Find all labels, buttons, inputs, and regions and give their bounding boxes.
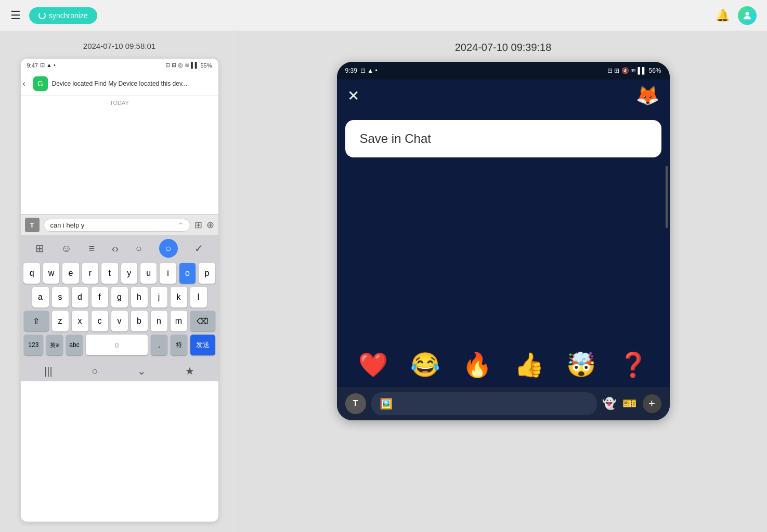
key-w[interactable]: w [43, 263, 59, 284]
key-i[interactable]: i [160, 263, 176, 284]
left-network-icons: ⊡ ⊞ ◎ ≋ ▌▌ [165, 62, 199, 69]
kb-check-icon[interactable]: ✓ [194, 242, 203, 255]
key-q[interactable]: q [23, 263, 40, 284]
key-123[interactable]: 123 [24, 335, 44, 355]
key-period[interactable]: . [151, 335, 167, 355]
bell-icon[interactable]: 🔔 [716, 9, 730, 22]
key-send[interactable]: 发送 [190, 335, 215, 355]
key-c[interactable]: c [92, 311, 108, 331]
key-t[interactable]: t [101, 263, 118, 284]
emoji-thumbsup[interactable]: 👍 [514, 351, 544, 379]
left-panel: 2024-07-10 09:58:01 9:47 ⊡ ▲ • ⊡ ⊞ ◎ ≋ ▌… [0, 31, 239, 532]
suggestion-input-box[interactable]: can i help y ⌃ [44, 219, 190, 232]
key-h[interactable]: h [131, 287, 148, 308]
emoji-mindblown[interactable]: 🤯 [566, 351, 596, 379]
today-label: TODAY [21, 96, 218, 110]
right-network-icons: ⊟ ⊞ 🔇 ≋ ▌▌ [607, 67, 646, 74]
key-l[interactable]: l [190, 287, 207, 308]
key-d[interactable]: d [72, 287, 88, 308]
nav-menu-icon[interactable]: ||| [44, 365, 53, 377]
chat-sticker-icon[interactable]: 🎫 [622, 397, 636, 410]
save-in-chat-text: Save in Chat [360, 131, 431, 145]
kb-voice-icon[interactable]: ○ [159, 239, 178, 258]
chat-input-field[interactable]: 🖼️ [371, 392, 597, 415]
sync-button[interactable]: synchronize [29, 7, 97, 24]
back-arrow-icon[interactable]: ‹ [23, 79, 25, 88]
top-bar-right: 🔔 [716, 6, 757, 25]
key-j[interactable]: j [151, 287, 167, 308]
chat-add-icon[interactable]: + [643, 394, 661, 413]
key-k[interactable]: k [171, 287, 187, 308]
key-z[interactable]: z [52, 311, 69, 331]
emoji-fire[interactable]: 🔥 [462, 351, 492, 379]
key-backspace[interactable]: ⌫ [190, 311, 215, 331]
chat-ghost-icon[interactable]: 👻 [602, 397, 616, 410]
nav-back-icon[interactable]: ⌄ [137, 365, 146, 377]
key-v[interactable]: v [111, 311, 128, 331]
key-row-3: ⇧ z x c v b n m ⌫ [24, 311, 215, 331]
key-s[interactable]: s [52, 287, 69, 308]
left-phone-frame: 9:47 ⊡ ▲ • ⊡ ⊞ ◎ ≋ ▌▌ 55% ‹ G Device loc… [21, 59, 218, 522]
key-u[interactable]: u [140, 263, 157, 284]
key-b[interactable]: b [131, 311, 148, 331]
key-m[interactable]: m [171, 311, 187, 331]
chat-actions: 👻 🎫 + [602, 394, 661, 413]
key-special-char[interactable]: 符 [171, 335, 187, 355]
emoji-question[interactable]: ❓ [618, 351, 648, 379]
keyboard-toolbar: ⊞ ☺ ≡ ‹› ○ ○ ✓ [21, 236, 218, 261]
key-y[interactable]: y [121, 263, 137, 284]
add-suggestion-icon[interactable]: ⊕ [206, 219, 214, 231]
chat-input-bar: T 🖼️ 👻 🎫 + [337, 387, 670, 420]
key-row-2: a s d f g h j k l [24, 287, 215, 308]
sync-spinning-icon [38, 12, 46, 19]
nav-star-icon[interactable]: ★ [185, 365, 194, 377]
keyboard-t-icon: T [25, 218, 40, 232]
kb-emoji-grid-icon[interactable]: ⊞ [35, 242, 44, 255]
notif-text: Device located Find My Device located th… [52, 80, 188, 87]
chat-t-icon[interactable]: T [345, 393, 366, 414]
chat-empty-area [21, 110, 218, 214]
save-in-chat-box[interactable]: Save in Chat [345, 120, 661, 157]
suggestion-text: can i help y [50, 221, 85, 229]
key-a[interactable]: a [32, 287, 49, 308]
left-status-left: 9:47 ⊡ ▲ • [27, 62, 56, 69]
key-shift[interactable]: ⇧ [24, 311, 49, 331]
key-n[interactable]: n [151, 311, 167, 331]
avatar[interactable] [738, 6, 757, 25]
key-p[interactable]: p [199, 263, 215, 284]
key-g[interactable]: g [111, 287, 128, 308]
key-row-4: 123 英语 abc 0 . 符 发送 [24, 335, 215, 355]
right-status-right: ⊟ ⊞ 🔇 ≋ ▌▌ 56% [607, 67, 661, 74]
key-o[interactable]: o [179, 263, 196, 284]
key-x[interactable]: x [72, 311, 88, 331]
left-timestamp: 2024-07-10 09:58:01 [83, 42, 155, 50]
kb-menu-icon[interactable]: ≡ [89, 243, 95, 255]
key-abc[interactable]: abc [66, 335, 83, 355]
scrollbar[interactable] [666, 166, 668, 228]
suggestion-actions: ⊞ ⊕ [194, 219, 214, 231]
key-f[interactable]: f [92, 287, 108, 308]
key-lang-icon[interactable]: 英语 [46, 335, 63, 355]
kb-smiley-icon[interactable]: ☺ [61, 243, 71, 255]
hamburger-icon[interactable]: ☰ [10, 9, 21, 22]
right-status-left: 9:39 ⊡ ▲ • [345, 67, 378, 74]
key-e[interactable]: e [62, 263, 79, 284]
clipboard-icon[interactable]: ⊞ [194, 219, 202, 231]
sync-label: synchronize [49, 11, 88, 20]
notification-bar: ‹ G Device located Find My Device locate… [21, 72, 218, 96]
suggestion-chevron: ⌃ [178, 221, 184, 229]
nav-home-icon[interactable]: ○ [92, 365, 98, 377]
chat-input-thumbnail: 🖼️ [380, 397, 393, 410]
left-phone-status-bar: 9:47 ⊡ ▲ • ⊡ ⊞ ◎ ≋ ▌▌ 55% [21, 59, 218, 72]
emoji-laugh[interactable]: 😂 [410, 351, 440, 379]
right-status-icons: ⊡ ▲ • [360, 67, 378, 74]
close-icon[interactable]: ✕ [347, 87, 359, 104]
kb-cursor-icon[interactable]: ‹› [112, 243, 119, 255]
right-timestamp: 2024-07-10 09:39:18 [455, 42, 552, 54]
emoji-heart[interactable]: ❤️ [358, 351, 388, 379]
key-space[interactable]: 0 [86, 335, 148, 355]
nav-bottom: ||| ○ ⌄ ★ [21, 361, 218, 381]
kb-search-icon[interactable]: ○ [136, 243, 142, 255]
key-r[interactable]: r [82, 263, 98, 284]
left-status-icons: ⊡ ▲ • [40, 62, 56, 69]
